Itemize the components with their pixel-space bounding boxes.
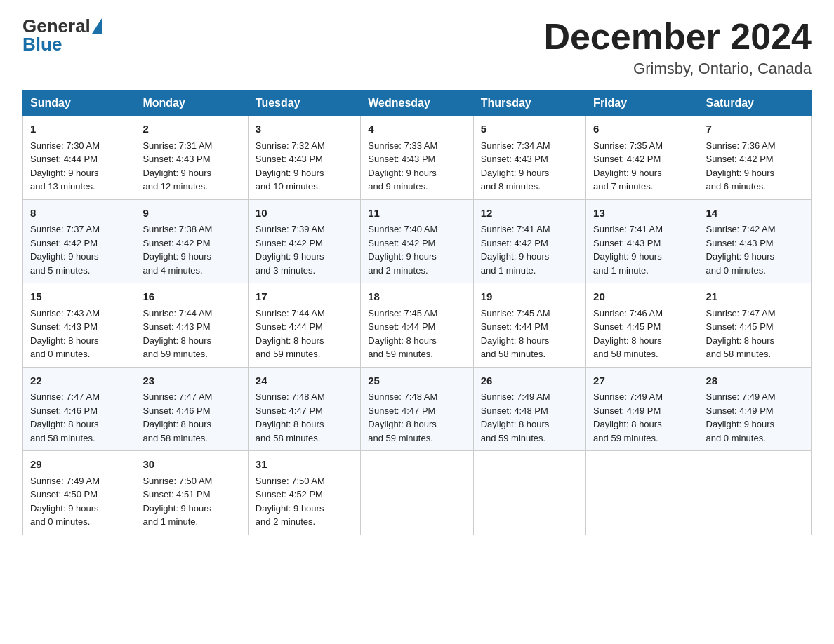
calendar-table: SundayMondayTuesdayWednesdayThursdayFrid… bbox=[22, 90, 812, 535]
day-number: 2 bbox=[143, 121, 240, 137]
calendar-cell: 6Sunrise: 7:35 AMSunset: 4:42 PMDaylight… bbox=[586, 116, 699, 200]
day-number: 18 bbox=[368, 289, 465, 305]
calendar-cell: 7Sunrise: 7:36 AMSunset: 4:42 PMDaylight… bbox=[699, 116, 811, 200]
day-info: Sunrise: 7:41 AMSunset: 4:42 PMDaylight:… bbox=[481, 222, 578, 277]
location-subtitle: Grimsby, Ontario, Canada bbox=[543, 60, 812, 78]
day-info: Sunrise: 7:32 AMSunset: 4:43 PMDaylight:… bbox=[256, 139, 353, 194]
logo-general-text: General bbox=[22, 17, 91, 35]
calendar-cell: 4Sunrise: 7:33 AMSunset: 4:43 PMDaylight… bbox=[361, 116, 473, 200]
day-info: Sunrise: 7:49 AMSunset: 4:49 PMDaylight:… bbox=[593, 390, 691, 445]
weekday-header-monday: Monday bbox=[135, 91, 248, 116]
day-info: Sunrise: 7:47 AMSunset: 4:46 PMDaylight:… bbox=[143, 390, 240, 445]
day-number: 24 bbox=[256, 373, 353, 389]
day-info: Sunrise: 7:38 AMSunset: 4:42 PMDaylight:… bbox=[143, 222, 240, 277]
logo-blue-text: Blue bbox=[22, 34, 62, 55]
day-info: Sunrise: 7:49 AMSunset: 4:50 PMDaylight:… bbox=[30, 474, 128, 529]
calendar-cell: 16Sunrise: 7:44 AMSunset: 4:43 PMDayligh… bbox=[135, 283, 248, 368]
logo-triangle-icon bbox=[92, 18, 102, 34]
day-number: 21 bbox=[706, 289, 804, 305]
calendar-cell: 9Sunrise: 7:38 AMSunset: 4:42 PMDaylight… bbox=[135, 199, 248, 283]
day-number: 11 bbox=[368, 206, 465, 222]
day-number: 10 bbox=[256, 206, 353, 222]
day-number: 17 bbox=[256, 289, 353, 305]
day-number: 31 bbox=[256, 457, 353, 473]
day-info: Sunrise: 7:43 AMSunset: 4:43 PMDaylight:… bbox=[30, 307, 128, 361]
day-number: 20 bbox=[593, 289, 691, 305]
calendar-week-row: 15Sunrise: 7:43 AMSunset: 4:43 PMDayligh… bbox=[23, 283, 812, 368]
day-info: Sunrise: 7:45 AMSunset: 4:44 PMDaylight:… bbox=[368, 307, 465, 361]
day-number: 22 bbox=[30, 373, 128, 389]
day-number: 19 bbox=[481, 289, 578, 305]
day-number: 28 bbox=[706, 373, 804, 389]
day-number: 16 bbox=[143, 289, 240, 305]
day-info: Sunrise: 7:42 AMSunset: 4:43 PMDaylight:… bbox=[706, 222, 804, 277]
calendar-cell: 20Sunrise: 7:46 AMSunset: 4:45 PMDayligh… bbox=[586, 283, 699, 368]
calendar-cell: 23Sunrise: 7:47 AMSunset: 4:46 PMDayligh… bbox=[135, 367, 248, 451]
day-number: 5 bbox=[481, 121, 578, 137]
weekday-header-row: SundayMondayTuesdayWednesdayThursdayFrid… bbox=[23, 91, 812, 116]
day-number: 6 bbox=[593, 121, 691, 137]
page-header: General Blue December 2024 Grimsby, Onta… bbox=[22, 17, 812, 78]
day-info: Sunrise: 7:45 AMSunset: 4:44 PMDaylight:… bbox=[481, 307, 578, 361]
calendar-cell: 25Sunrise: 7:48 AMSunset: 4:47 PMDayligh… bbox=[361, 367, 473, 451]
calendar-cell: 3Sunrise: 7:32 AMSunset: 4:43 PMDaylight… bbox=[248, 116, 360, 200]
day-number: 4 bbox=[368, 121, 465, 137]
calendar-cell: 26Sunrise: 7:49 AMSunset: 4:48 PMDayligh… bbox=[473, 367, 585, 451]
day-number: 23 bbox=[143, 373, 240, 389]
day-info: Sunrise: 7:33 AMSunset: 4:43 PMDaylight:… bbox=[368, 139, 465, 194]
calendar-cell bbox=[586, 451, 699, 535]
day-info: Sunrise: 7:46 AMSunset: 4:45 PMDaylight:… bbox=[593, 307, 691, 361]
calendar-week-row: 8Sunrise: 7:37 AMSunset: 4:42 PMDaylight… bbox=[23, 199, 812, 283]
calendar-cell: 21Sunrise: 7:47 AMSunset: 4:45 PMDayligh… bbox=[699, 283, 811, 368]
day-info: Sunrise: 7:48 AMSunset: 4:47 PMDaylight:… bbox=[368, 390, 465, 445]
day-number: 29 bbox=[30, 457, 128, 473]
day-info: Sunrise: 7:47 AMSunset: 4:46 PMDaylight:… bbox=[30, 390, 128, 445]
logo: General Blue bbox=[22, 17, 103, 55]
day-info: Sunrise: 7:39 AMSunset: 4:42 PMDaylight:… bbox=[256, 222, 353, 277]
calendar-week-row: 29Sunrise: 7:49 AMSunset: 4:50 PMDayligh… bbox=[23, 451, 812, 535]
calendar-cell: 14Sunrise: 7:42 AMSunset: 4:43 PMDayligh… bbox=[699, 199, 811, 283]
day-number: 9 bbox=[143, 206, 240, 222]
day-info: Sunrise: 7:47 AMSunset: 4:45 PMDaylight:… bbox=[706, 307, 804, 361]
calendar-cell: 11Sunrise: 7:40 AMSunset: 4:42 PMDayligh… bbox=[361, 199, 473, 283]
calendar-cell: 30Sunrise: 7:50 AMSunset: 4:51 PMDayligh… bbox=[135, 451, 248, 535]
day-number: 14 bbox=[706, 206, 804, 222]
day-info: Sunrise: 7:44 AMSunset: 4:44 PMDaylight:… bbox=[256, 307, 353, 361]
weekday-header-thursday: Thursday bbox=[473, 91, 585, 116]
calendar-cell: 27Sunrise: 7:49 AMSunset: 4:49 PMDayligh… bbox=[586, 367, 699, 451]
calendar-cell: 24Sunrise: 7:48 AMSunset: 4:47 PMDayligh… bbox=[248, 367, 360, 451]
day-number: 25 bbox=[368, 373, 465, 389]
day-info: Sunrise: 7:35 AMSunset: 4:42 PMDaylight:… bbox=[593, 139, 691, 194]
calendar-cell: 29Sunrise: 7:49 AMSunset: 4:50 PMDayligh… bbox=[23, 451, 135, 535]
day-number: 30 bbox=[143, 457, 240, 473]
calendar-cell bbox=[361, 451, 473, 535]
calendar-cell: 12Sunrise: 7:41 AMSunset: 4:42 PMDayligh… bbox=[473, 199, 585, 283]
day-number: 3 bbox=[256, 121, 353, 137]
calendar-cell: 10Sunrise: 7:39 AMSunset: 4:42 PMDayligh… bbox=[248, 199, 360, 283]
day-info: Sunrise: 7:48 AMSunset: 4:47 PMDaylight:… bbox=[256, 390, 353, 445]
calendar-cell: 17Sunrise: 7:44 AMSunset: 4:44 PMDayligh… bbox=[248, 283, 360, 368]
weekday-header-wednesday: Wednesday bbox=[361, 91, 473, 116]
day-number: 27 bbox=[593, 373, 691, 389]
day-number: 12 bbox=[481, 206, 578, 222]
day-info: Sunrise: 7:31 AMSunset: 4:43 PMDaylight:… bbox=[143, 139, 240, 194]
day-info: Sunrise: 7:50 AMSunset: 4:52 PMDaylight:… bbox=[256, 474, 353, 529]
calendar-cell: 15Sunrise: 7:43 AMSunset: 4:43 PMDayligh… bbox=[23, 283, 135, 368]
calendar-cell bbox=[699, 451, 811, 535]
calendar-cell: 8Sunrise: 7:37 AMSunset: 4:42 PMDaylight… bbox=[23, 199, 135, 283]
calendar-cell: 31Sunrise: 7:50 AMSunset: 4:52 PMDayligh… bbox=[248, 451, 360, 535]
calendar-week-row: 22Sunrise: 7:47 AMSunset: 4:46 PMDayligh… bbox=[23, 367, 812, 451]
day-info: Sunrise: 7:41 AMSunset: 4:43 PMDaylight:… bbox=[593, 222, 691, 277]
day-info: Sunrise: 7:50 AMSunset: 4:51 PMDaylight:… bbox=[143, 474, 240, 529]
day-info: Sunrise: 7:49 AMSunset: 4:48 PMDaylight:… bbox=[481, 390, 578, 445]
day-info: Sunrise: 7:30 AMSunset: 4:44 PMDaylight:… bbox=[30, 139, 128, 194]
calendar-cell: 13Sunrise: 7:41 AMSunset: 4:43 PMDayligh… bbox=[586, 199, 699, 283]
weekday-header-friday: Friday bbox=[586, 91, 699, 116]
day-number: 13 bbox=[593, 206, 691, 222]
month-title: December 2024 bbox=[543, 17, 812, 57]
day-number: 8 bbox=[30, 206, 128, 222]
day-number: 26 bbox=[481, 373, 578, 389]
weekday-header-saturday: Saturday bbox=[699, 91, 811, 116]
calendar-cell: 19Sunrise: 7:45 AMSunset: 4:44 PMDayligh… bbox=[473, 283, 585, 368]
calendar-cell: 22Sunrise: 7:47 AMSunset: 4:46 PMDayligh… bbox=[23, 367, 135, 451]
